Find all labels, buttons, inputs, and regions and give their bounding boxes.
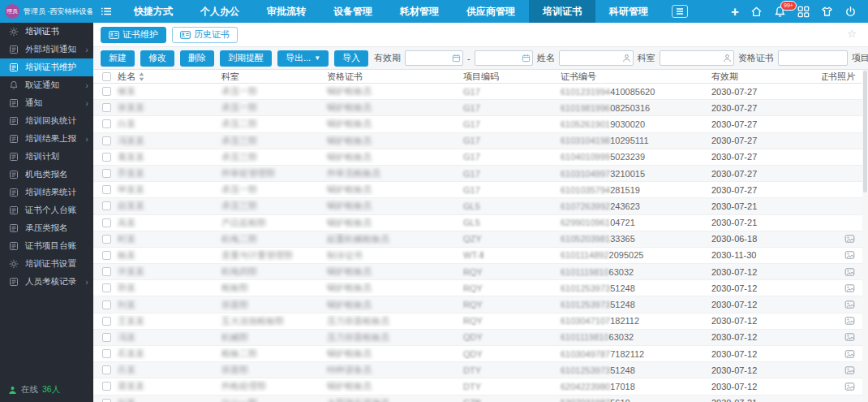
nav-item-2[interactable]: 个人办公	[187, 0, 253, 23]
table-row[interactable]: 彭某白山一部大型游乐设施员CZB530703198756102030-07-21	[93, 396, 868, 402]
add-icon[interactable]: +	[731, 5, 739, 19]
row-checkbox[interactable]	[102, 235, 111, 244]
row-checkbox[interactable]	[102, 87, 111, 96]
certificate-photo-icon[interactable]	[844, 382, 855, 391]
scrollbar-thumb[interactable]	[863, 71, 867, 192]
table-row[interactable]: 许某某机电四部锅炉检验员RQY6101119810630322030-07-12	[93, 264, 868, 280]
table-row[interactable]: 赵某某承压三部锅炉检验员GL561072639922436232030-07-2…	[93, 198, 868, 214]
table-row[interactable]: 冯某机械部压力容器检验员QDY6101119810630322030-07-12	[93, 330, 868, 346]
toolbar-button-3[interactable]: 删除	[180, 50, 214, 67]
validity-start-input[interactable]	[405, 50, 463, 66]
notifications-bell-icon[interactable]: 99+	[774, 6, 786, 18]
sidebar-item[interactable]: 培训结果上报›	[0, 130, 93, 148]
nav-item-7[interactable]: 培训证书	[529, 0, 595, 23]
certificate-photo-icon[interactable]	[844, 349, 855, 359]
table-row[interactable]: 缑某承压一部锅炉检验员G1761012319944100856202030-07…	[93, 84, 868, 100]
sidebar-item[interactable]: 证书个人台账	[0, 201, 93, 219]
toolbar-button-4[interactable]: 到期提醒	[220, 50, 272, 67]
table-row[interactable]: 孙某检验部锅炉检验员RQY6101253973512482030-07-12	[93, 280, 868, 296]
table-row[interactable]: 张某某承压一部锅炉检验员G176101981996082503162030-07…	[93, 100, 868, 116]
table-row[interactable]: 冯某某承压三部锅炉检验员G176103104198102951112030-07…	[93, 133, 868, 149]
row-checkbox[interactable]	[102, 136, 111, 145]
table-row[interactable]: 吕某容器部特种设备员DTY6101253973512482030-07-12	[93, 362, 868, 378]
header-dept[interactable]: 科室	[218, 71, 324, 83]
sidebar-item[interactable]: 人员考核记录›	[0, 273, 93, 291]
row-checkbox[interactable]	[102, 153, 111, 162]
header-name[interactable]: 姓名	[114, 71, 218, 83]
row-checkbox[interactable]	[102, 317, 111, 326]
header-qualification[interactable]: 资格证书	[324, 71, 460, 83]
certificate-photo-icon[interactable]	[844, 365, 855, 375]
row-checkbox[interactable]	[102, 201, 111, 210]
sidebar-item[interactable]: 培训结果统计	[0, 184, 93, 201]
row-checkbox[interactable]	[102, 169, 111, 178]
nav-more-icon[interactable]	[672, 5, 688, 18]
certificate-photo-icon[interactable]	[844, 250, 855, 260]
table-row[interactable]: 白某承压二部锅炉检验员G17610526190190300202030-07-2…	[93, 116, 868, 132]
qualification-input[interactable]	[778, 50, 848, 66]
table-row[interactable]: 高某产品监检部锅炉检验员GL56299010961047212030-07-21	[93, 215, 868, 231]
sidebar-item[interactable]: 通知›	[0, 94, 93, 112]
nav-item-4[interactable]: 设备管理	[320, 0, 386, 23]
vertical-scrollbar[interactable]	[862, 70, 868, 402]
validity-end-input[interactable]	[475, 50, 533, 66]
row-checkbox[interactable]	[102, 267, 111, 276]
table-row[interactable]: 石某某检验二部锅炉检验员QDY610304978771821122030-07-…	[93, 346, 868, 362]
theme-shirt-icon[interactable]	[821, 6, 833, 18]
certificate-photo-icon[interactable]	[844, 300, 855, 309]
certificate-photo-icon[interactable]	[844, 332, 855, 342]
home-icon[interactable]	[750, 6, 763, 18]
nav-item-5[interactable]: 耗材管理	[386, 0, 453, 23]
tab-2[interactable]: 历史证书	[172, 27, 238, 43]
sidebar-item[interactable]: 培训证书设置	[0, 255, 93, 273]
sidebar-item[interactable]: 取证通知›	[0, 76, 93, 94]
toolbar-button-5[interactable]: 导出...▼	[277, 50, 329, 67]
row-checkbox[interactable]	[102, 399, 111, 402]
row-checkbox[interactable]	[102, 185, 111, 194]
select-all-checkbox[interactable]	[102, 72, 111, 81]
sidebar-item[interactable]: 证书项目台账	[0, 237, 93, 255]
table-row[interactable]: 刘某容器部锅炉检验员RQY6101253973512482030-07-12	[93, 296, 868, 313]
header-project-code[interactable]: 项目编码	[460, 71, 557, 83]
row-checkbox[interactable]	[102, 251, 111, 260]
user-block[interactable]: 理员 管理员 -西安特种设备检...	[0, 4, 97, 19]
sidebar-item[interactable]: 培训证书	[0, 23, 93, 41]
row-checkbox[interactable]	[102, 349, 111, 358]
row-checkbox[interactable]	[102, 365, 111, 374]
menu-burger-icon[interactable]	[101, 6, 112, 17]
sidebar-item[interactable]: 机电类报名	[0, 166, 93, 184]
table-row[interactable]: 乔某某外审处管理部外审员检验员G17610310499732100152030-…	[93, 166, 868, 182]
toolbar-button-2[interactable]: 修改	[140, 50, 174, 67]
table-row[interactable]: 时某机电二部起重机械检验员QZY6105203981333652030-06-1…	[93, 231, 868, 248]
favorite-star-icon[interactable]: ☆	[847, 28, 857, 40]
nav-item-6[interactable]: 供应商管理	[453, 0, 529, 23]
power-logout-icon[interactable]	[844, 6, 857, 18]
nav-item-1[interactable]: 快捷方式	[120, 0, 187, 23]
dept-input[interactable]	[660, 50, 734, 66]
nav-item-3[interactable]: 审批流转	[253, 0, 320, 23]
row-checkbox[interactable]	[102, 333, 111, 342]
header-certificate-no[interactable]: 证书编号	[557, 71, 708, 83]
sort-icon[interactable]	[139, 72, 144, 81]
toolbar-button-6[interactable]: 导入	[334, 50, 368, 67]
apps-grid-icon[interactable]	[797, 6, 810, 18]
table-row[interactable]: 梁某某外检处理部锅炉检验员DTY6204223980170182030-07-1…	[93, 378, 868, 395]
table-row[interactable]: 王某某五大连池检验部压力容器检验员RQY61030471071821122030…	[93, 313, 868, 330]
certificate-photo-icon[interactable]	[844, 267, 855, 277]
certificate-photo-icon[interactable]	[844, 316, 855, 326]
row-checkbox[interactable]	[102, 103, 111, 112]
name-input[interactable]	[559, 50, 634, 66]
row-checkbox[interactable]	[102, 218, 111, 227]
header-validity[interactable]: 有效期	[708, 71, 822, 83]
certificate-photo-icon[interactable]	[844, 234, 855, 244]
toolbar-button-1[interactable]: 新建	[101, 50, 135, 67]
table-row[interactable]: 毕某某承压一部锅炉检验员G1761010357942815192030-07-2…	[93, 182, 868, 198]
row-checkbox[interactable]	[102, 283, 111, 292]
sidebar-item[interactable]: 培训证书维护	[0, 58, 93, 76]
tab-1[interactable]: 证书维护	[101, 27, 166, 43]
certificate-photo-icon[interactable]	[844, 283, 855, 293]
sidebar-item[interactable]: 培训回执统计	[0, 112, 93, 130]
sidebar-item[interactable]: 承压类报名	[0, 219, 93, 237]
row-checkbox[interactable]	[102, 119, 111, 128]
table-row[interactable]: 杨某质量与计量管理部制冷证书WT-Ⅱ610111489220950252030-…	[93, 248, 868, 264]
